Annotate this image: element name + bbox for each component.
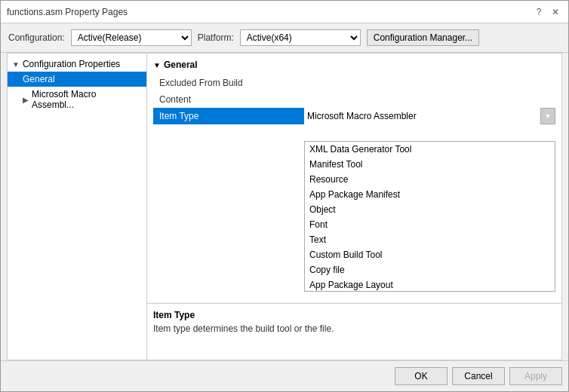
config-manager-button[interactable]: Configuration Manager... xyxy=(367,29,479,46)
window-title: functions.asm Property Pages xyxy=(7,7,128,17)
section-title: General xyxy=(164,60,198,70)
title-bar-controls: ? ✕ xyxy=(532,5,562,19)
dropdown-selected-value: Microsoft Macro Assembler xyxy=(304,108,540,124)
dropdown-item-font[interactable]: Font xyxy=(305,217,555,232)
prop-label-content: Content xyxy=(153,94,304,105)
prop-label-item-type: Item Type xyxy=(153,111,304,121)
property-pages-window: functions.asm Property Pages ? ✕ Configu… xyxy=(0,0,569,392)
dropdown-item-custom-build[interactable]: Custom Build Tool xyxy=(305,247,555,262)
config-bar: Configuration: Active(Release) Platform:… xyxy=(1,23,568,53)
right-panel: ▼ General Excluded From Build Content It… xyxy=(147,54,561,360)
section-expand-icon: ▼ xyxy=(153,61,161,69)
dropdown-list: XML Data Generator Tool Manifest Tool Re… xyxy=(304,141,555,292)
dropdown-item-resource[interactable]: Resource xyxy=(305,172,555,187)
apply-button[interactable]: Apply xyxy=(509,367,562,385)
sidebar: ▼ Configuration Properties General ▶ Mic… xyxy=(8,54,147,360)
chevron-right-icon: ▶ xyxy=(23,96,29,104)
chevron-down-icon: ▼ xyxy=(12,60,20,69)
main-content: ▼ Configuration Properties General ▶ Mic… xyxy=(7,53,562,360)
prop-row-excluded[interactable]: Excluded From Build xyxy=(153,75,555,91)
dropdown-item-manifest[interactable]: Manifest Tool xyxy=(305,157,555,172)
dropdown-arrow-button[interactable]: ▼ xyxy=(540,108,555,124)
platform-label: Platform: xyxy=(198,32,234,43)
config-label: Configuration: xyxy=(8,32,65,43)
close-button[interactable]: ✕ xyxy=(549,5,562,19)
dropdown-item-app-package-layout[interactable]: App Package Layout xyxy=(305,277,555,292)
platform-select[interactable]: Active(x64) xyxy=(240,29,361,46)
description-title: Item Type xyxy=(153,310,555,320)
sidebar-header-config-properties[interactable]: ▼ Configuration Properties xyxy=(8,57,146,72)
title-bar: functions.asm Property Pages ? ✕ xyxy=(1,1,568,23)
dropdown-item-text[interactable]: Text xyxy=(305,232,555,247)
cancel-button[interactable]: Cancel xyxy=(452,367,505,385)
prop-label-excluded: Excluded From Build xyxy=(153,78,304,88)
sidebar-item-general[interactable]: General xyxy=(8,72,146,87)
dropdown-item-app-package-manifest[interactable]: App Package Manifest xyxy=(305,187,555,202)
description-text: Item type determines the build tool or t… xyxy=(153,323,555,334)
dropdown-item-copy-file[interactable]: Copy file xyxy=(305,262,555,277)
ok-button[interactable]: OK xyxy=(395,367,448,385)
section-header: ▼ General xyxy=(153,60,555,70)
dropdown-item-xml[interactable]: XML Data Generator Tool xyxy=(305,142,555,157)
sidebar-header-label: Configuration Properties xyxy=(23,59,120,69)
configuration-select[interactable]: Active(Release) xyxy=(71,29,192,46)
prop-row-content[interactable]: Content xyxy=(153,91,555,108)
bottom-bar: OK Cancel Apply xyxy=(1,360,568,391)
description-area: Item Type Item type determines the build… xyxy=(147,303,561,360)
sidebar-item-macro-assembler[interactable]: ▶ Microsoft Macro Assembl... xyxy=(8,87,146,112)
help-button[interactable]: ? xyxy=(532,5,546,19)
dropdown-area: Microsoft Macro Assembler ▼ xyxy=(304,108,555,124)
dropdown-item-object[interactable]: Object xyxy=(305,202,555,217)
prop-row-item-type[interactable]: Item Type Microsoft Macro Assembler ▼ xyxy=(153,108,555,124)
properties-area: ▼ General Excluded From Build Content It… xyxy=(147,54,561,303)
